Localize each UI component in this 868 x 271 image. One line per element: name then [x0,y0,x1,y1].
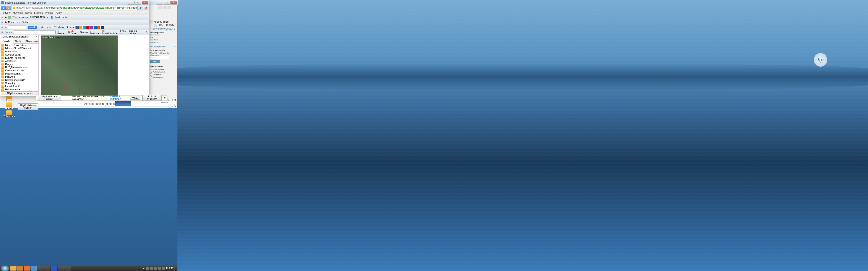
tray-icon-3[interactable] [154,267,157,270]
tray-icon-1[interactable] [146,267,149,270]
rp-link-kartan-haku[interactable]: Kartan haku [150,34,176,36]
google-close[interactable]: ✕ [1,31,3,33]
notification-close[interactable]: ✕ [164,97,166,99]
google-popup-icon[interactable]: ▦ [68,31,70,33]
why-shown-link[interactable]: Miksi tämä näytetään? [110,95,127,100]
favorites-item[interactable]: Rekisteripalveluita [0,78,38,81]
facebook-icon[interactable] [75,26,79,29]
not-here-button[interactable]: Ei tässä sivustossa [143,95,162,101]
google-lisaa[interactable]: Lisää » [120,30,127,35]
address-bar[interactable]: 🔒 https://kiinteistotietopalvelu.maanmit… [11,6,138,10]
youtube-icon[interactable] [86,26,90,29]
pdf-muunna[interactable]: Muunna [8,21,18,24]
taskbar-app4[interactable] [64,266,71,271]
favorites-item[interactable]: Blogeja [0,63,38,66]
twitter-icon[interactable] [83,26,86,29]
close-button[interactable]: ✕ [142,1,148,4]
google-search-input[interactable] [14,31,56,34]
menu-tiedosto[interactable]: Tiedosto [1,11,11,14]
taskbar-firefox[interactable] [24,266,30,271]
tray-icon-2[interactable] [150,267,153,270]
tray-volume-icon[interactable] [162,267,165,270]
favorites-item[interactable]: Aikataulut [0,59,38,63]
bing-search-button[interactable]: Search [28,26,37,29]
menu-ohje[interactable]: Ohje [57,11,62,14]
tray-clock[interactable]: 9:25 [169,267,174,270]
favorites-item[interactable]: Microsoftin WWW-sivut [0,47,38,50]
rp-link-asetukset[interactable]: Asetukset [150,39,176,41]
menu-muokkaa[interactable]: Muokkaa [13,11,23,14]
taskbar-app1[interactable] [37,266,43,271]
favorites-item[interactable]: Maakuntaliitot [0,72,38,75]
taskbar-explorer[interactable] [10,266,17,271]
under-print-icon[interactable] [154,24,157,27]
rp-hae-button[interactable]: HAE [150,60,160,63]
cadastral-map[interactable]: Karttatuloste 1:2000 © Maanmittauslaitos [41,35,118,96]
bing-close[interactable]: ✕ [1,26,3,29]
bing-search-input[interactable] [8,26,26,29]
under-suggest-button[interactable]: Näytä ehdotetut sivustot [18,103,38,110]
tray-lang[interactable]: FI [166,267,168,270]
taskbar-outlook[interactable] [17,266,23,271]
rp-radio-kiintopisteet[interactable]: Kiintopisteet [150,76,176,78]
taskbar-app3[interactable] [58,266,64,271]
menu-suosikit[interactable]: Suosikit [34,11,43,14]
favorites-list[interactable]: Microsoft WebsitesMicrosoftin WWW-sivutM… [0,43,38,91]
wot-close[interactable]: ✕ [1,16,3,19]
linkedin-icon[interactable] [94,26,97,29]
rp-link-info[interactable]: Info [150,36,176,39]
ie-titlebar[interactable]: Maanmittauslaitos - Internet Explorer — … [0,0,149,5]
bing-maps[interactable]: Maps [41,26,48,29]
fav-tab-syotteet[interactable]: Syötteet [13,39,26,43]
rp-radio-rekisteri[interactable]: Rekisteriyksiköt [150,71,176,73]
tray-network-icon[interactable] [158,267,161,270]
google-wrench-icon[interactable]: 🔧 [145,31,148,33]
favorites-item[interactable]: ELY_Museoviranom [0,66,38,69]
taskbar-app2[interactable] [44,266,51,271]
favorites-item[interactable]: Suosikit-palkki [0,53,38,56]
google-sanakaannos[interactable]: 🔤 Sanakäännös [102,30,119,35]
reddit-icon[interactable] [97,26,100,29]
menu-nayta[interactable]: Näytä [25,11,32,14]
favorites-item[interactable]: Säätietoja [0,81,38,85]
ebay-icon[interactable] [90,26,93,29]
desktop-icon-yrittaminen[interactable]: Yrittäminen [0,110,18,118]
taskbar-word[interactable] [51,266,57,271]
favorites-item[interactable]: Päijänne [0,75,38,78]
desktop-icon-nuffield[interactable]: Nuffield [0,102,18,110]
taskbar-ie[interactable] [31,266,37,271]
rp-radio-maaraalat-input[interactable] [150,73,152,76]
google-sidewiki[interactable]: Sidewiki [80,31,88,33]
wot-report[interactable]: Ilmoita meille [55,16,68,19]
bing-home-icon[interactable]: ⌂ [38,26,39,29]
under-suojaus-label[interactable]: Suojaus [166,24,175,27]
under-kirjaudu-label[interactable]: Kirjaudu sisään [154,21,170,23]
tray-expand-icon[interactable]: ▲ [143,267,145,270]
forward-button[interactable]: ► [6,6,11,10]
favorites-item[interactable]: Kunnat_Kuntaliitto [0,56,38,59]
favorites-item[interactable]: Microsoft Websites [0,43,38,47]
add-to-favorites-button[interactable]: Lisää Suosikit-kansioon [1,35,29,38]
under-sivu-label[interactable]: Sivu [159,24,164,27]
favorites-close[interactable]: ✕ [36,35,37,38]
back-button[interactable]: ◄ [1,6,6,10]
rp-radio-kiintopisteet-input[interactable] [150,76,152,78]
under-login-icon[interactable] [149,20,153,24]
rp-tunnus-input[interactable] [150,56,169,59]
suggest-sites-button[interactable]: Näytä ehdotetut sivustot [38,95,61,101]
favorites-item[interactable]: KarttojaIlmakuvia [0,69,38,72]
amazon-icon[interactable] [79,26,82,29]
google-tarkista[interactable]: ✓ Tarkista [90,30,100,35]
rp-link-kirjaudu-ulos[interactable]: Kirjaudu ulos [150,41,176,43]
show-desktop-button[interactable] [174,266,176,271]
maximize-button[interactable]: □ [135,1,141,4]
show-suggested-sites-button[interactable]: Näytä ehdotetut sivustot [1,92,38,95]
rp-radio-rekisteri-input[interactable] [150,71,152,73]
stop-button[interactable]: ✕ [144,6,149,10]
fav-tab-suosikit[interactable]: Suosikit [0,39,13,43]
more-icon[interactable] [101,26,104,29]
rp-edit-icon[interactable]: ✎ [174,45,176,48]
google-jaa[interactable]: 📤 Jaa [71,30,79,35]
menu-tyokalut[interactable]: Työkalut [45,11,54,14]
favorites-item[interactable]: Lainsäädäntö [0,85,38,88]
